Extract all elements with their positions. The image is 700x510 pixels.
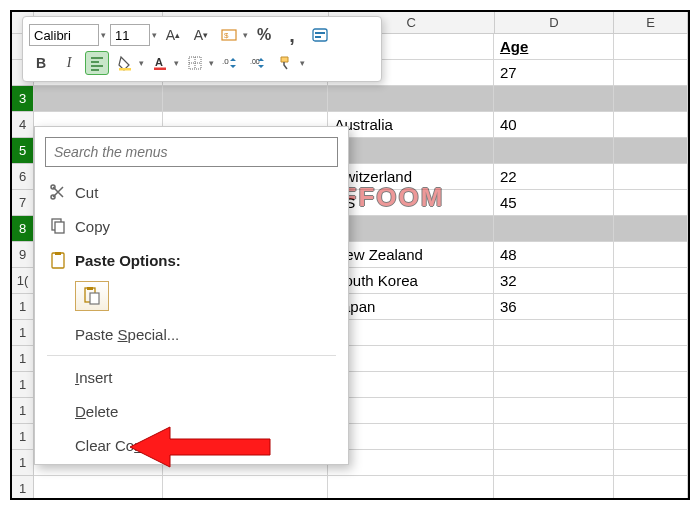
cell[interactable] (328, 86, 494, 112)
cell[interactable] (328, 372, 494, 398)
font-size-dropdown-icon[interactable]: ▾ (152, 30, 157, 40)
cell[interactable]: 32 (494, 268, 614, 294)
cell[interactable] (328, 476, 494, 500)
cell[interactable] (614, 424, 688, 450)
cell[interactable] (614, 60, 688, 86)
cell[interactable]: 22 (494, 164, 614, 190)
cell[interactable] (328, 138, 494, 164)
comma-format-button[interactable]: , (280, 23, 304, 47)
cell[interactable] (494, 86, 614, 112)
cell[interactable] (163, 86, 329, 112)
cell[interactable] (494, 476, 614, 500)
row-header[interactable]: 1 (12, 476, 34, 500)
cell[interactable] (614, 216, 688, 242)
increase-decimal-button[interactable]: .0 (218, 51, 242, 75)
paste-button[interactable] (75, 281, 109, 311)
cell[interactable] (614, 398, 688, 424)
cell[interactable] (328, 346, 494, 372)
cell[interactable] (614, 190, 688, 216)
conditional-format-button[interactable] (308, 23, 332, 47)
row-header[interactable]: 7 (12, 190, 34, 216)
accounting-format-button[interactable]: $ (217, 23, 241, 47)
insert-menuitem[interactable]: Insert (35, 360, 348, 394)
cell[interactable] (328, 320, 494, 346)
row-header[interactable]: 3 (12, 86, 34, 112)
cell[interactable]: 48 (494, 242, 614, 268)
increase-font-button[interactable]: A▴ (161, 23, 185, 47)
cell[interactable]: 36 (494, 294, 614, 320)
row-header[interactable]: 1 (12, 346, 34, 372)
row-header[interactable]: 1 (12, 450, 34, 476)
cell[interactable] (614, 320, 688, 346)
cell[interactable] (328, 450, 494, 476)
cell[interactable] (614, 34, 688, 60)
cell[interactable] (494, 424, 614, 450)
cell[interactable] (494, 372, 614, 398)
cell[interactable] (34, 476, 163, 500)
cell[interactable] (328, 216, 494, 242)
row-header[interactable]: 4 (12, 112, 34, 138)
cell[interactable]: Australia (328, 112, 494, 138)
cell[interactable] (494, 398, 614, 424)
cell[interactable] (614, 164, 688, 190)
cut-menuitem[interactable]: Cut (35, 175, 348, 209)
borders-button[interactable] (183, 51, 207, 75)
cell[interactable]: US (328, 190, 494, 216)
row-header[interactable]: 1 (12, 424, 34, 450)
cell[interactable]: Japan (328, 294, 494, 320)
row-header[interactable]: 1( (12, 268, 34, 294)
cell[interactable]: 45 (494, 190, 614, 216)
row-header[interactable]: 1 (12, 372, 34, 398)
font-name-dropdown-icon[interactable]: ▾ (101, 30, 106, 40)
cell[interactable] (614, 138, 688, 164)
cell[interactable] (494, 138, 614, 164)
row-header[interactable]: 8 (12, 216, 34, 242)
menu-search-input[interactable] (45, 137, 338, 167)
row-header[interactable]: 1 (12, 398, 34, 424)
cell[interactable] (328, 424, 494, 450)
decrease-font-button[interactable]: A▾ (189, 23, 213, 47)
row-header[interactable]: 6 (12, 164, 34, 190)
cell[interactable]: Switzerland (328, 164, 494, 190)
cell[interactable] (614, 86, 688, 112)
cell[interactable] (614, 372, 688, 398)
cell[interactable] (494, 216, 614, 242)
row-header[interactable]: 9 (12, 242, 34, 268)
cell[interactable] (614, 268, 688, 294)
cell[interactable] (494, 320, 614, 346)
cell[interactable]: Age (494, 34, 614, 60)
row-header[interactable]: 5 (12, 138, 34, 164)
cell[interactable] (328, 398, 494, 424)
cell[interactable] (494, 450, 614, 476)
cell[interactable] (614, 294, 688, 320)
row-header[interactable]: 1 (12, 294, 34, 320)
cell[interactable] (614, 476, 688, 500)
cell[interactable] (614, 450, 688, 476)
bold-button[interactable]: B (29, 51, 53, 75)
cell[interactable] (614, 112, 688, 138)
table-row[interactable]: 1 (12, 476, 688, 500)
font-name-input[interactable] (29, 24, 99, 46)
italic-button[interactable]: I (57, 51, 81, 75)
col-header-d[interactable]: D (495, 12, 615, 34)
font-size-input[interactable] (110, 24, 150, 46)
cell[interactable] (34, 86, 163, 112)
cell[interactable] (494, 346, 614, 372)
cell[interactable] (614, 346, 688, 372)
cell[interactable]: 40 (494, 112, 614, 138)
font-color-button[interactable]: A (148, 51, 172, 75)
fill-color-button[interactable] (113, 51, 137, 75)
decrease-decimal-button[interactable]: .00 (246, 51, 270, 75)
align-left-button[interactable] (85, 51, 109, 75)
paste-special-menuitem[interactable]: Paste Special... (35, 317, 348, 351)
cell[interactable] (163, 476, 329, 500)
row-header[interactable]: 1 (12, 320, 34, 346)
cell[interactable]: New Zealand (328, 242, 494, 268)
table-row[interactable]: 3 (12, 86, 688, 112)
format-painter-button[interactable] (274, 51, 298, 75)
cell[interactable]: 27 (494, 60, 614, 86)
cell[interactable] (614, 242, 688, 268)
copy-menuitem[interactable]: Copy (35, 209, 348, 243)
percent-format-button[interactable]: % (252, 23, 276, 47)
col-header-e[interactable]: E (614, 12, 688, 34)
